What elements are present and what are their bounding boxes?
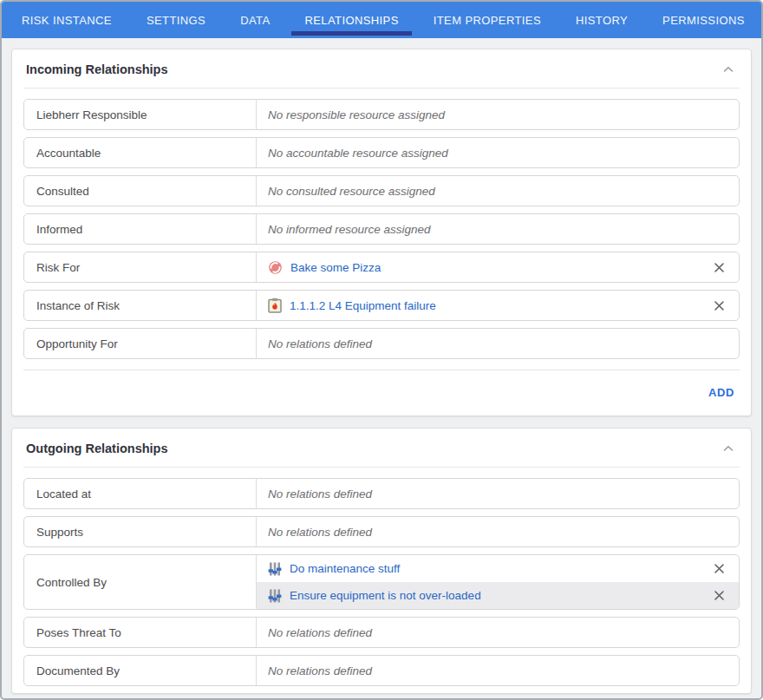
relation-link[interactable]: Do maintenance stuff	[290, 562, 400, 575]
row-label: Supports	[24, 517, 257, 546]
row-value: No relations defined	[257, 656, 739, 685]
row-label: Risk For	[24, 252, 257, 282]
tab-risk-instance[interactable]: RISK INSTANCE	[4, 2, 129, 38]
empty-placeholder: No relations defined	[268, 664, 372, 677]
relationship-row: Consulted No consulted resource assigned	[23, 175, 740, 206]
row-label: Informed	[24, 214, 257, 244]
chevron-up-icon	[723, 66, 734, 73]
incoming-collapse-button[interactable]	[720, 64, 737, 75]
row-value: 1.1.1.2 L4 Equipment failure	[257, 291, 739, 320]
relationship-row: Informed No informed resource assigned	[23, 213, 740, 245]
outgoing-panel-title: Outgoing Relationships	[26, 442, 168, 455]
outgoing-rows: Located at No relations defined Supports…	[23, 468, 740, 686]
row-value: No responsible resource assigned	[257, 100, 739, 129]
remove-relation-button[interactable]	[709, 298, 729, 314]
row-label: Consulted	[24, 176, 257, 206]
cycle-icon	[268, 260, 283, 275]
close-icon	[714, 262, 725, 273]
tab-history[interactable]: HISTORY	[558, 2, 645, 38]
row-label: Opportunity For	[24, 329, 257, 358]
row-value: No informed resource assigned	[257, 214, 739, 244]
row-label: Instance of Risk	[24, 291, 257, 320]
relation-link[interactable]: 1.1.1.2 L4 Equipment failure	[290, 299, 436, 312]
relation-entry: Do maintenance stuff	[257, 555, 739, 582]
relation-entry: Ensure equipment is not over-loaded	[257, 582, 739, 609]
close-icon	[714, 300, 725, 311]
close-icon	[714, 590, 725, 601]
relation-link[interactable]: Ensure equipment is not over-loaded	[290, 589, 481, 602]
incoming-rows: Liebherr Responsible No responsible reso…	[23, 88, 740, 359]
row-label: Controlled By	[24, 555, 257, 609]
row-value: Bake some Pizza	[257, 252, 739, 282]
relation-link[interactable]: Bake some Pizza	[290, 261, 381, 274]
relationship-row: Located at No relations defined	[23, 478, 740, 509]
empty-placeholder: No relations defined	[268, 337, 372, 350]
row-label: Liebherr Responsible	[24, 100, 257, 129]
tab-data[interactable]: DATA	[223, 2, 287, 38]
row-value: No consulted resource assigned	[257, 176, 739, 206]
row-label: Documented By	[24, 656, 257, 685]
add-row: ADD	[23, 370, 740, 415]
outgoing-collapse-button[interactable]	[720, 443, 737, 454]
empty-placeholder: No informed resource assigned	[268, 223, 431, 236]
add-relationship-button[interactable]: ADD	[708, 386, 734, 399]
empty-placeholder: No relations defined	[268, 526, 372, 539]
tab-bar: RISK INSTANCE SETTINGS DATA RELATIONSHIP…	[2, 2, 761, 38]
tab-relationships[interactable]: RELATIONSHIPS	[287, 2, 415, 38]
relation-entry: 1.1.1.2 L4 Equipment failure	[268, 292, 729, 319]
relationship-row: Supports No relations defined	[23, 516, 740, 547]
control-sliders-icon	[268, 562, 282, 576]
incoming-panel-header: Incoming Relationships	[23, 49, 740, 88]
row-value: No accountable resource assigned	[257, 138, 739, 167]
control-sliders-icon	[268, 589, 282, 603]
chevron-up-icon	[723, 445, 734, 452]
empty-placeholder: No relations defined	[268, 487, 372, 500]
tab-item-properties[interactable]: ITEM PROPERTIES	[416, 2, 558, 38]
page-content: Incoming Relationships Liebherr Responsi…	[2, 38, 761, 698]
relationship-row: Controlled By	[23, 554, 740, 610]
remove-relation-button[interactable]	[709, 259, 729, 276]
relationship-row: Poses Threat To No relations defined	[23, 617, 740, 648]
close-icon	[714, 563, 725, 574]
remove-relation-button[interactable]	[709, 587, 729, 604]
incoming-relationships-panel: Incoming Relationships Liebherr Responsi…	[11, 49, 752, 416]
tab-settings[interactable]: SETTINGS	[129, 2, 223, 38]
row-label: Located at	[24, 479, 257, 508]
row-value: No relations defined	[257, 329, 739, 358]
relationship-row: Liebherr Responsible No responsible reso…	[23, 99, 740, 130]
incoming-panel-title: Incoming Relationships	[26, 62, 168, 76]
relationship-row: Instance of Risk 1.1.1.2 L4 Equipment fa…	[23, 290, 740, 321]
relation-entry: Bake some Pizza	[268, 254, 729, 281]
relationship-row: Opportunity For No relations defined	[23, 328, 740, 359]
empty-placeholder: No consulted resource assigned	[268, 185, 435, 198]
relationship-row: Documented By No relations defined	[23, 655, 740, 686]
row-value: No relations defined	[257, 517, 739, 546]
row-value: Do maintenance stuff	[257, 555, 739, 609]
row-value: No relations defined	[257, 618, 739, 647]
empty-placeholder: No accountable resource assigned	[268, 147, 448, 160]
row-label: Poses Threat To	[24, 618, 257, 647]
remove-relation-button[interactable]	[709, 560, 729, 577]
outgoing-relationships-panel: Outgoing Relationships Located at No rel…	[11, 428, 752, 694]
row-label: Accountable	[24, 138, 257, 167]
row-value: No relations defined	[257, 479, 739, 508]
relationship-row: Risk For Bake some Pizza	[23, 252, 740, 283]
risk-flame-icon	[268, 298, 282, 313]
app-window: RISK INSTANCE SETTINGS DATA RELATIONSHIP…	[0, 0, 763, 700]
empty-placeholder: No relations defined	[268, 626, 372, 639]
empty-placeholder: No responsible resource assigned	[268, 108, 445, 121]
tab-permissions[interactable]: PERMISSIONS	[645, 2, 762, 38]
relationship-row: Accountable No accountable resource assi…	[23, 137, 740, 168]
outgoing-panel-header: Outgoing Relationships	[23, 429, 740, 468]
